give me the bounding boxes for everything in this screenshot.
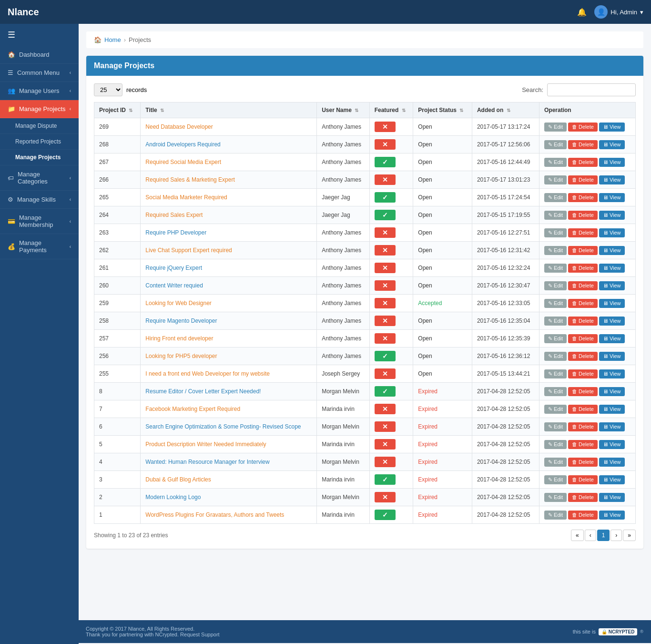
view-button[interactable]: 🖥 View (599, 264, 625, 273)
featured-toggle[interactable]: ✕ (375, 368, 396, 379)
delete-button[interactable]: 🗑 Delete (568, 317, 598, 326)
project-title-link[interactable]: Search Engine Optimization & Some Postin… (145, 423, 301, 430)
edit-button[interactable]: ✎ Edit (544, 123, 567, 132)
sidebar-item-manage-membership[interactable]: 💳 Manage Membership ‹ (0, 209, 79, 234)
featured-toggle[interactable]: ✕ (375, 174, 396, 185)
featured-toggle[interactable]: ✕ (375, 280, 396, 291)
featured-toggle[interactable]: ✕ (375, 316, 396, 326)
delete-button[interactable]: 🗑 Delete (568, 511, 598, 520)
delete-button[interactable]: 🗑 Delete (568, 158, 598, 167)
delete-button[interactable]: 🗑 Delete (568, 140, 598, 149)
edit-button[interactable]: ✎ Edit (544, 228, 567, 237)
view-button[interactable]: 🖥 View (599, 458, 625, 467)
view-button[interactable]: 🖥 View (599, 369, 625, 378)
project-title-link[interactable]: Live Chat Support Expert required (145, 247, 232, 254)
featured-toggle[interactable]: ✕ (375, 227, 396, 238)
featured-toggle[interactable]: ✕ (375, 333, 396, 344)
edit-button[interactable]: ✎ Edit (544, 369, 567, 378)
view-button[interactable]: 🖥 View (599, 352, 625, 361)
featured-toggle[interactable]: ✕ (375, 122, 396, 132)
edit-button[interactable]: ✎ Edit (544, 264, 567, 273)
edit-button[interactable]: ✎ Edit (544, 193, 567, 202)
delete-button[interactable]: 🗑 Delete (568, 405, 598, 414)
edit-button[interactable]: ✎ Edit (544, 405, 567, 414)
delete-button[interactable]: 🗑 Delete (568, 440, 598, 449)
view-button[interactable]: 🖥 View (599, 422, 625, 431)
project-title-link[interactable]: Required Sales & Marketing Expert (145, 176, 234, 183)
featured-toggle[interactable]: ✓ (375, 510, 396, 520)
edit-button[interactable]: ✎ Edit (544, 352, 567, 361)
records-per-page-select[interactable]: 10 25 50 100 (94, 83, 122, 96)
edit-button[interactable]: ✎ Edit (544, 317, 567, 326)
edit-button[interactable]: ✎ Edit (544, 475, 567, 484)
sidebar-item-manage-projects[interactable]: 📁 Manage Projects ‹ (0, 100, 79, 118)
edit-button[interactable]: ✎ Edit (544, 211, 567, 220)
sidebar-item-manage-users[interactable]: 👥 Manage Users ‹ (0, 82, 79, 100)
project-title-link[interactable]: Required Sales Expert (145, 212, 203, 218)
edit-button[interactable]: ✎ Edit (544, 334, 567, 343)
edit-button[interactable]: ✎ Edit (544, 422, 567, 431)
edit-button[interactable]: ✎ Edit (544, 158, 567, 167)
delete-button[interactable]: 🗑 Delete (568, 281, 598, 290)
pagination-page-1-button[interactable]: 1 (597, 530, 610, 541)
sidebar-item-manage-categories[interactable]: 🏷 Manage Categories ‹ (0, 165, 79, 191)
project-title-link[interactable]: Required Social Media Expert (145, 159, 221, 165)
view-button[interactable]: 🖥 View (599, 246, 625, 255)
project-title-link[interactable]: Dubai & Gulf Blog Articles (145, 476, 211, 483)
delete-button[interactable]: 🗑 Delete (568, 334, 598, 343)
project-title-link[interactable]: Looking for Web Designer (145, 300, 212, 307)
project-title-link[interactable]: Modern Looking Logo (145, 494, 201, 501)
view-button[interactable]: 🖥 View (599, 493, 625, 502)
featured-toggle[interactable]: ✕ (375, 404, 396, 414)
delete-button[interactable]: 🗑 Delete (568, 475, 598, 484)
view-button[interactable]: 🖥 View (599, 193, 625, 202)
sidebar-sub-item-reported-projects[interactable]: Reported Projects (0, 134, 79, 150)
featured-toggle[interactable]: ✕ (375, 245, 396, 256)
project-title-link[interactable]: Looking for PHP5 developer (145, 353, 217, 359)
pagination-last-button[interactable]: » (623, 530, 636, 541)
featured-toggle[interactable]: ✓ (375, 474, 396, 485)
sidebar-sub-item-manage-dispute[interactable]: Manage Dispute (0, 118, 79, 134)
delete-button[interactable]: 🗑 Delete (568, 422, 598, 431)
delete-button[interactable]: 🗑 Delete (568, 264, 598, 273)
delete-button[interactable]: 🗑 Delete (568, 369, 598, 378)
edit-button[interactable]: ✎ Edit (544, 493, 567, 502)
project-title-link[interactable]: Social Media Marketer Required (145, 194, 227, 201)
project-title-link[interactable]: Require PHP Developer (145, 229, 206, 236)
delete-button[interactable]: 🗑 Delete (568, 175, 598, 184)
featured-toggle[interactable]: ✕ (375, 457, 396, 467)
edit-button[interactable]: ✎ Edit (544, 246, 567, 255)
view-button[interactable]: 🖥 View (599, 211, 625, 220)
edit-button[interactable]: ✎ Edit (544, 440, 567, 449)
edit-button[interactable]: ✎ Edit (544, 387, 567, 396)
featured-toggle[interactable]: ✕ (375, 263, 396, 273)
view-button[interactable]: 🖥 View (599, 317, 625, 326)
delete-button[interactable]: 🗑 Delete (568, 211, 598, 220)
view-button[interactable]: 🖥 View (599, 228, 625, 237)
search-input[interactable] (547, 83, 636, 96)
edit-button[interactable]: ✎ Edit (544, 175, 567, 184)
featured-toggle[interactable]: ✓ (375, 386, 396, 397)
sidebar-item-manage-payments[interactable]: 💰 Manage Payments ‹ (0, 234, 79, 259)
view-button[interactable]: 🖥 View (599, 405, 625, 414)
sidebar-item-dashboard[interactable]: 🏠 Dashboard (0, 46, 79, 64)
delete-button[interactable]: 🗑 Delete (568, 123, 598, 132)
delete-button[interactable]: 🗑 Delete (568, 387, 598, 396)
featured-toggle[interactable]: ✕ (375, 492, 396, 502)
featured-toggle[interactable]: ✕ (375, 139, 396, 150)
featured-toggle[interactable]: ✓ (375, 192, 396, 203)
project-title-link[interactable]: Product Description Writer Needed Immedi… (145, 441, 266, 448)
edit-button[interactable]: ✎ Edit (544, 281, 567, 290)
view-button[interactable]: 🖥 View (599, 140, 625, 149)
view-button[interactable]: 🖥 View (599, 387, 625, 396)
project-title-link[interactable]: Facebook Marketing Expert Required (145, 406, 240, 412)
project-title-link[interactable]: Hiring Front end developer (145, 335, 213, 342)
project-title-link[interactable]: Require Magento Developer (145, 317, 217, 324)
project-title-link[interactable]: I need a front end Web Developer for my … (145, 370, 270, 377)
project-title-link[interactable]: Resume Editor / Cover Letter Expert Need… (145, 388, 261, 395)
delete-button[interactable]: 🗑 Delete (568, 493, 598, 502)
featured-toggle[interactable]: ✓ (375, 210, 396, 220)
project-title-link[interactable]: Need Database Developer (145, 123, 213, 130)
breadcrumb-home-link[interactable]: Home (104, 36, 121, 43)
pagination-prev-button[interactable]: ‹ (585, 530, 596, 541)
